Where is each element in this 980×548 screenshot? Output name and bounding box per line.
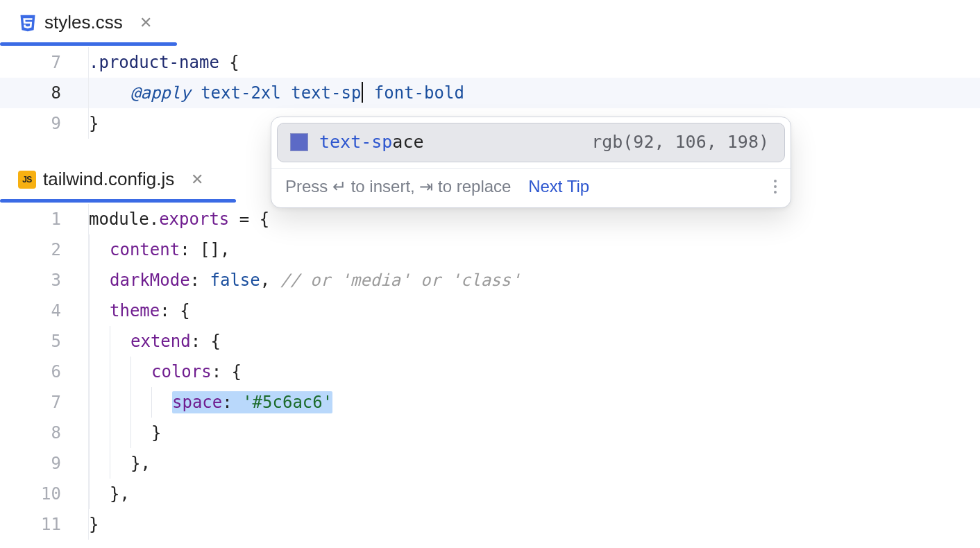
autocomplete-suggestion: text-space [319,132,424,152]
tab-label: styles.css [44,12,123,33]
code-line[interactable]: 9}, [0,448,980,479]
code-content[interactable]: colors: { [89,357,980,387]
css3-icon [18,13,37,33]
code-content[interactable]: extend: { [89,326,980,357]
code-content[interactable]: .product-name { [89,47,980,78]
tab-label: tailwind.config.js [43,169,174,190]
line-number: 6 [0,357,89,387]
line-number: 4 [0,296,89,326]
autocomplete-popup: text-space rgb(92, 106, 198) Press ↵ to … [271,117,791,208]
tab-tailwind-config[interactable]: JS tailwind.config.js ✕ [12,162,216,198]
tab-bar: styles.css ✕ [0,0,980,47]
code-content[interactable]: } [89,418,980,448]
line-number: 10 [0,479,89,509]
tab-styles-css[interactable]: styles.css ✕ [12,5,164,42]
code-content[interactable]: content: [], [89,234,980,265]
line-number: 9 [0,448,89,479]
text-caret [362,82,363,103]
line-number: 11 [0,509,89,540]
code-content[interactable]: }, [89,448,980,479]
code-line[interactable]: 8} [0,418,980,448]
close-icon[interactable]: ✕ [191,171,203,189]
code-line[interactable]: 6colors: { [0,357,980,387]
code-line[interactable]: 8@apply text-2xl text-sp font-bold [0,78,980,108]
code-content[interactable]: @apply text-2xl text-sp font-bold [89,78,980,108]
code-line[interactable]: 2content: [], [0,234,980,265]
line-number: 7 [0,47,89,78]
line-number: 9 [0,108,89,139]
code-content[interactable]: }, [89,479,980,509]
code-line[interactable]: 11} [0,509,980,540]
autocomplete-footer: Press ↵ to insert, ⇥ to replace Next Tip [271,168,791,207]
code-content[interactable]: darkMode: false, // or 'media' or 'class… [89,265,980,296]
code-content[interactable]: } [89,509,980,540]
code-line[interactable]: 7space: '#5c6ac6' [0,387,980,418]
kebab-menu-icon[interactable] [774,180,777,194]
code-content[interactable]: theme: { [89,296,980,326]
code-line[interactable]: 5extend: { [0,326,980,357]
close-icon[interactable]: ✕ [140,14,152,32]
code-editor-config[interactable]: 1module.exports = {2content: [],3darkMod… [0,204,980,540]
code-line[interactable]: 1module.exports = { [0,204,980,234]
color-swatch-icon [290,133,308,151]
code-line[interactable]: 3darkMode: false, // or 'media' or 'clas… [0,265,980,296]
line-number: 8 [0,418,89,448]
next-tip-link[interactable]: Next Tip [528,177,589,196]
js-icon: JS [18,171,36,189]
line-number: 5 [0,326,89,357]
code-line[interactable]: 10}, [0,479,980,509]
autocomplete-hint: Press ↵ to insert, ⇥ to replace Next Tip [285,177,589,196]
code-line[interactable]: 7.product-name { [0,47,980,78]
code-line[interactable]: 4theme: { [0,296,980,326]
line-number: 7 [0,387,89,418]
code-content[interactable]: space: '#5c6ac6' [89,387,980,418]
line-number: 1 [0,204,89,234]
autocomplete-detail: rgb(92, 106, 198) [591,132,769,152]
autocomplete-item[interactable]: text-space rgb(92, 106, 198) [277,123,785,162]
code-content[interactable]: module.exports = { [89,204,980,234]
line-number: 3 [0,265,89,296]
editor-pane-config: JS tailwind.config.js ✕ 1module.exports … [0,157,980,540]
enter-key-icon: ↵ [332,177,346,196]
line-number: 8 [0,78,89,108]
line-number: 2 [0,234,89,265]
tab-key-icon: ⇥ [419,177,433,196]
